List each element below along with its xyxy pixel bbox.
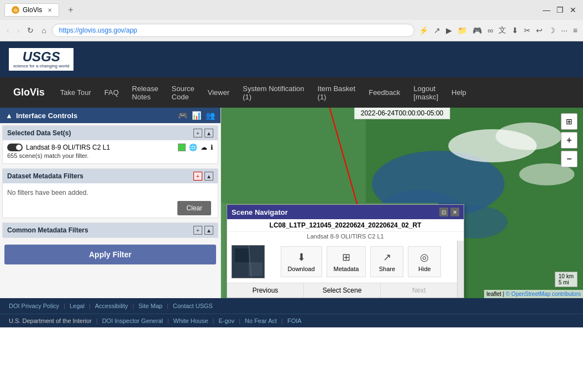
- sn-actions: ⬇ Download ⊞ Metadata ↗ Share: [269, 246, 453, 277]
- menu-icon[interactable]: ≡: [572, 25, 579, 36]
- sn-select-btn[interactable]: Select Scene: [304, 283, 381, 298]
- footer-e-gov[interactable]: E-gov: [218, 317, 234, 324]
- sn-close-btn[interactable]: ✕: [450, 208, 459, 216]
- lightning-icon[interactable]: ⚡: [418, 25, 429, 36]
- sn-restore-btn[interactable]: ⊡: [439, 208, 448, 216]
- browser-tab[interactable]: G GloVis ✕: [4, 3, 59, 17]
- footer-contact-usgs[interactable]: Contact USGS: [173, 303, 213, 309]
- sn-scrollbar[interactable]: [457, 241, 464, 298]
- tools-icon[interactable]: ✂: [523, 25, 532, 36]
- sn-main-body: ⬇ Download ⊞ Metadata ↗ Share: [227, 241, 457, 298]
- zoom-in-btn[interactable]: +: [561, 132, 577, 149]
- nav-item-basket[interactable]: Item Basket(1): [311, 77, 363, 108]
- metadata-filters-title: Dataset Metadata Filters: [7, 172, 83, 180]
- sn-next-btn[interactable]: Next: [381, 283, 457, 298]
- sep4: |: [167, 303, 169, 309]
- scene-navigator-header: Scene Navigator ⊡ ✕: [227, 205, 464, 219]
- app-logo: GloVis: [4, 87, 54, 98]
- ic-icons: 🎮 📊 👥: [178, 111, 215, 120]
- add-dataset-btn[interactable]: +: [193, 129, 202, 137]
- apply-filter-btn[interactable]: Apply Filter: [4, 245, 216, 264]
- nav-help[interactable]: Help: [445, 77, 473, 108]
- cloud-icon[interactable]: ☁: [201, 144, 207, 151]
- steering-icon[interactable]: 🎮: [178, 111, 187, 120]
- undo-icon[interactable]: ↩: [535, 25, 544, 36]
- map-layers-btn[interactable]: ⊞: [561, 113, 577, 130]
- metadata-filters-content: No filters have been added. Clear: [3, 183, 218, 202]
- clear-filters-btn[interactable]: Clear: [177, 201, 211, 215]
- sn-download-btn[interactable]: ⬇ Download: [281, 246, 322, 277]
- dataset-toggle[interactable]: [7, 144, 23, 151]
- close-window-btn[interactable]: ✕: [568, 4, 579, 15]
- common-metadata-title: Common Metadata Filters: [7, 226, 88, 234]
- collapse-filter-btn[interactable]: ▲: [204, 172, 213, 181]
- browser-titlebar: G GloVis ✕ + — ❐ ✕: [0, 0, 583, 20]
- link-icon[interactable]: ∞: [486, 25, 494, 36]
- add-filter-btn[interactable]: +: [193, 172, 202, 181]
- chinese-icon[interactable]: 文: [497, 24, 507, 36]
- nav-release-notes[interactable]: ReleaseNotes: [125, 77, 165, 108]
- footer-legal[interactable]: Legal: [70, 303, 85, 309]
- globe-icon[interactable]: 🌐: [189, 144, 197, 151]
- selected-dataset-header: Selected Data Set(s) + ▲: [3, 126, 218, 140]
- address-bar[interactable]: [52, 24, 414, 37]
- download-icon[interactable]: ⬇: [511, 25, 519, 36]
- refresh-btn[interactable]: ↻: [25, 25, 36, 36]
- zoom-out-btn[interactable]: −: [561, 151, 577, 167]
- footer: DOI Privacy Policy | Legal | Accessibili…: [0, 298, 583, 327]
- footer-doi-privacy[interactable]: DOI Privacy Policy: [9, 303, 59, 309]
- folder-icon[interactable]: 📁: [456, 25, 468, 36]
- selected-dataset-panel: Selected Data Set(s) + ▲ Landsat 8-9 OLI…: [2, 125, 218, 164]
- color-swatch[interactable]: [178, 144, 186, 151]
- game-icon[interactable]: 🎮: [471, 25, 483, 36]
- panel-header-btns: + ▲: [193, 129, 213, 137]
- play-icon[interactable]: ▶: [445, 25, 453, 36]
- sn-prev-btn[interactable]: Previous: [227, 283, 304, 298]
- home-btn[interactable]: ⌂: [39, 25, 48, 36]
- add-common-btn[interactable]: +: [193, 226, 202, 235]
- tab-close-btn[interactable]: ✕: [48, 7, 52, 13]
- nav-system-notification[interactable]: System Notification(1): [236, 77, 311, 108]
- nav-source-code[interactable]: SourceCode: [165, 77, 201, 108]
- back-btn[interactable]: ‹: [4, 25, 12, 36]
- tab-favicon: G: [12, 6, 19, 14]
- footer-accessibility[interactable]: Accessibility: [95, 303, 128, 309]
- collapse-dataset-btn[interactable]: ▲: [204, 129, 213, 137]
- nav-logout[interactable]: Logout[maskc]: [407, 77, 445, 108]
- sep3: |: [133, 303, 134, 309]
- more-icon[interactable]: ···: [560, 25, 569, 36]
- chart-icon[interactable]: 📊: [192, 111, 201, 120]
- nav-faq[interactable]: FAQ: [98, 77, 125, 108]
- footer-foia[interactable]: FOIA: [287, 317, 302, 324]
- forward-btn[interactable]: ›: [15, 25, 22, 36]
- footer-white-house[interactable]: White House: [174, 317, 208, 324]
- main-layout: ▲ Interface Controls 🎮 📊 👥 Selected Data…: [0, 108, 583, 298]
- map-area[interactable]: 2022-06-24T00:00:00-05:00 ⊞ + − 10 km 5 …: [221, 108, 583, 298]
- collapse-common-btn[interactable]: ▲: [204, 226, 213, 235]
- footer-doi-inspector[interactable]: DOI Inspector General: [102, 317, 163, 324]
- share-icon[interactable]: ↗: [433, 25, 442, 36]
- dataset-row: Landsat 8-9 OLI/TIRS C2 L1 🌐 ☁ ℹ: [7, 144, 213, 151]
- people-icon[interactable]: 👥: [206, 111, 215, 120]
- footer-no-fear-act[interactable]: No Fear Act: [245, 317, 277, 324]
- usgs-logo-text: USGS: [23, 50, 60, 63]
- metadata-label: Metadata: [334, 266, 359, 272]
- info-icon[interactable]: ℹ: [211, 144, 213, 151]
- ic-header-left: ▲ Interface Controls: [6, 112, 77, 120]
- minimize-btn[interactable]: —: [541, 4, 552, 15]
- scale-10km: 10 km: [559, 273, 574, 279]
- new-tab-btn[interactable]: +: [64, 4, 77, 16]
- nav-feedback[interactable]: Feedback: [362, 77, 407, 108]
- sn-share-btn[interactable]: ↗ Share: [370, 246, 403, 277]
- footer-site-map[interactable]: Site Map: [138, 303, 162, 309]
- nav-take-tour[interactable]: Take Tour: [54, 77, 98, 108]
- restore-btn[interactable]: ❐: [554, 4, 565, 15]
- sn-body: ⬇ Download ⊞ Metadata ↗ Share: [227, 241, 457, 283]
- sn-metadata-btn[interactable]: ⊞ Metadata: [327, 246, 366, 277]
- collapse-icon[interactable]: ▲: [6, 112, 13, 120]
- download-action-icon: ⬇: [297, 251, 306, 263]
- nav-viewer[interactable]: Viewer: [201, 77, 237, 108]
- sn-hide-btn[interactable]: ◎ Hide: [408, 246, 441, 277]
- moon-icon[interactable]: ☽: [547, 25, 556, 36]
- dataset-name: Landsat 8-9 OLI/TIRS C2 L1: [26, 144, 175, 151]
